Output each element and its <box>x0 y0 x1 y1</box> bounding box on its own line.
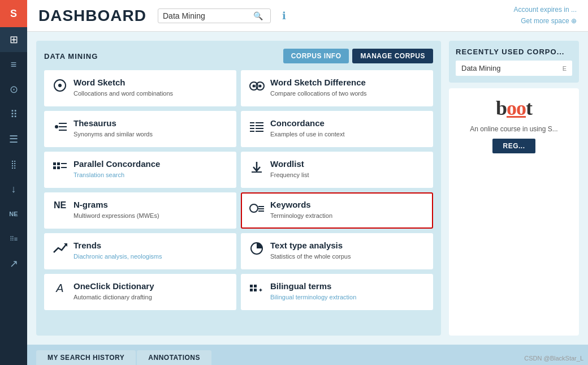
svg-rect-32 <box>254 285 257 287</box>
recent-item-extra: E <box>563 65 567 72</box>
thesaurus-name: Thesaurus <box>74 118 228 129</box>
svg-rect-11 <box>256 122 263 123</box>
bilingual-desc: Bilingual terminology extraction <box>270 293 425 301</box>
recent-item-name: Data Mining <box>461 64 500 72</box>
svg-rect-33 <box>250 289 253 291</box>
concordance-name: Concordance <box>270 118 425 129</box>
svg-text:✦: ✦ <box>258 287 263 293</box>
sidebar-item-ne[interactable]: NE <box>0 201 27 226</box>
thesaurus-icon <box>52 119 68 138</box>
svg-point-1 <box>58 84 62 87</box>
tool-word-sketch-diff[interactable]: Word Sketch Difference Compare collocati… <box>241 70 433 106</box>
panel-title: DATA MINING <box>44 52 98 61</box>
register-button[interactable]: REG... <box>492 139 535 153</box>
ngrams-name: N-grams <box>74 199 228 211</box>
svg-rect-26 <box>258 206 264 207</box>
tool-keywords[interactable]: Keywords Terminology extraction <box>241 192 433 229</box>
info-icon[interactable]: ℹ <box>282 10 286 22</box>
svg-rect-27 <box>258 208 264 209</box>
wsd-name: Word Sketch Difference <box>270 77 425 88</box>
sidebar-item-menu[interactable]: ☰ <box>0 127 27 152</box>
data-mining-panel: DATA MINING CORPUS INFO MANAGE CORPUS Wo… <box>36 41 441 336</box>
get-more-space[interactable]: Get more space ⊕ <box>514 16 577 27</box>
concordance-icon <box>249 119 265 138</box>
keywords-desc: Terminology extraction <box>270 212 425 220</box>
texttype-icon <box>249 241 265 259</box>
wsd-icon <box>249 78 265 97</box>
corpus-info-button[interactable]: CORPUS INFO <box>283 49 349 63</box>
bilingual-name: Bilingual terms <box>270 281 425 292</box>
tool-word-sketch[interactable]: Word Sketch Collocations and word combin… <box>44 70 236 106</box>
ngrams-icon: NE <box>52 200 68 211</box>
tool-oneclick[interactable]: A OneClick Dictionary Automatic dictiona… <box>44 274 236 310</box>
manage-corpus-button[interactable]: MANAGE CORPUS <box>352 49 433 63</box>
tool-bilingual[interactable]: ✦ Bilingual terms Bilingual terminology … <box>241 274 433 310</box>
svg-rect-16 <box>250 131 254 132</box>
tool-trends[interactable]: Trends Diachronic analysis, neologisms <box>44 233 236 269</box>
concordance-desc: Examples of use in context <box>270 130 425 138</box>
promo-text: An online course in using S... <box>470 124 557 134</box>
tool-wordlist[interactable]: Wordlist Frequency list <box>241 152 433 188</box>
sidebar-item-grid[interactable]: ⣿ <box>0 152 27 177</box>
svg-rect-31 <box>250 285 253 287</box>
svg-rect-13 <box>256 125 263 126</box>
tool-text-type[interactable]: Text type analysis Statistics of the who… <box>241 233 433 269</box>
keywords-name: Keywords <box>270 199 425 211</box>
bilingual-icon: ✦ <box>249 282 265 301</box>
recent-item[interactable]: Data Mining E <box>456 61 572 76</box>
search-icon[interactable]: 🔍 <box>253 11 263 20</box>
wsd-desc: Compare collocations of two words <box>270 89 425 97</box>
svg-point-3 <box>253 85 256 88</box>
account-expires: Account expires in ... <box>514 5 577 15</box>
oneclick-icon: A <box>52 282 68 295</box>
oneclick-name: OneClick Dictionary <box>74 281 228 292</box>
sidebar-item-list[interactable]: ≡ <box>0 52 27 77</box>
trends-name: Trends <box>74 240 228 251</box>
wordlist-name: Wordlist <box>270 158 425 170</box>
svg-rect-12 <box>250 125 254 126</box>
right-panel: RECENTLY USED CORPO... Data Mining E boo… <box>449 41 579 336</box>
tools-grid: Word Sketch Collocations and word combin… <box>44 70 433 310</box>
sidebar-item-keys[interactable]: ⠿≡ <box>0 226 27 251</box>
parallel-name: Parallel Concordance <box>74 158 228 170</box>
wordlist-icon <box>249 160 265 178</box>
svg-point-25 <box>250 204 258 212</box>
tool-thesaurus[interactable]: Thesaurus Synonyms and similar words <box>44 111 236 147</box>
tab-annotations[interactable]: ANNOTATIONS <box>137 350 211 365</box>
svg-rect-15 <box>256 128 263 129</box>
tool-parallel-concordance[interactable]: Parallel Concordance Translation search <box>44 152 236 188</box>
svg-rect-21 <box>57 166 60 169</box>
word-sketch-desc: Collocations and word combinations <box>74 89 228 97</box>
promo-logo: boot <box>496 96 532 120</box>
sidebar-item-download[interactable]: ↓ <box>0 177 27 201</box>
trends-desc: Diachronic analysis, neologisms <box>74 252 228 260</box>
sidebar-item-nodes[interactable]: ⠿ <box>0 102 27 127</box>
sidebar-item-target[interactable]: ⊙ <box>0 77 27 102</box>
svg-rect-19 <box>57 162 60 165</box>
sidebar: S ⊞ ≡ ⊙ ⠿ ☰ ⣿ ↓ NE ⠿≡ ↗ <box>0 0 27 365</box>
keywords-icon <box>249 200 265 220</box>
search-box[interactable]: 🔍 <box>158 8 271 23</box>
body-area: DATA MINING CORPUS INFO MANAGE CORPUS Wo… <box>27 32 588 345</box>
tool-ngrams[interactable]: NE N-grams Multiword expressions (MWEs) <box>44 192 236 229</box>
svg-rect-28 <box>258 211 264 212</box>
tab-search-history[interactable]: MY SEARCH HISTORY <box>36 350 136 365</box>
header: DASHBOARD 🔍 ℹ Account expires in ... Get… <box>27 0 588 32</box>
sidebar-item-trending[interactable]: ↗ <box>0 251 27 276</box>
texttype-desc: Statistics of the whole corpus <box>270 252 425 260</box>
main-content: DASHBOARD 🔍 ℹ Account expires in ... Get… <box>27 0 588 365</box>
svg-rect-18 <box>53 162 56 165</box>
ngrams-desc: Multiword expressions (MWEs) <box>74 212 228 220</box>
tool-concordance[interactable]: Concordance Examples of use in context <box>241 111 433 147</box>
trends-icon <box>52 241 68 259</box>
recently-used-panel: RECENTLY USED CORPO... Data Mining E <box>449 41 579 83</box>
thesaurus-desc: Synonyms and similar words <box>74 130 228 138</box>
sidebar-item-home[interactable]: ⊞ <box>0 27 27 52</box>
recently-title: RECENTLY USED CORPO... <box>456 48 572 56</box>
svg-point-6 <box>55 125 58 128</box>
svg-rect-34 <box>254 289 257 291</box>
app-logo[interactable]: S <box>0 0 27 27</box>
search-input[interactable] <box>163 11 253 20</box>
svg-rect-10 <box>250 122 254 123</box>
parallel-desc: Translation search <box>74 171 228 179</box>
